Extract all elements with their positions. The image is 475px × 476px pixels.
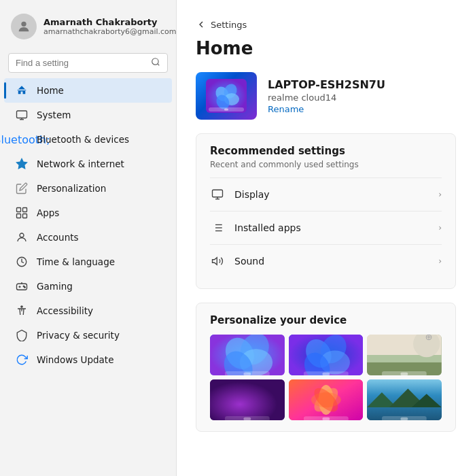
installed-apps-label: Installed apps: [234, 222, 301, 233]
device-thumbnail: [196, 72, 257, 120]
wallpaper-item-2[interactable]: [289, 335, 364, 375]
network-icon: [15, 157, 29, 171]
recommended-settings-card: Recommended settings Recent and commonly…: [196, 133, 456, 289]
nav-label-bluetooth: Bluetooth & devices: [37, 134, 129, 145]
sidebar-item-system[interactable]: System: [4, 103, 172, 127]
gaming-icon: [15, 279, 29, 293]
back-label: Settings: [211, 20, 247, 30]
wallpaper-item-3[interactable]: ⊕: [367, 335, 442, 375]
windows-update-icon: [15, 353, 29, 367]
display-chevron: ›: [438, 190, 442, 199]
svg-rect-11: [17, 214, 21, 218]
svg-rect-10: [23, 208, 27, 212]
settings-item-display-left: Display: [210, 187, 270, 202]
svg-rect-28: [224, 109, 228, 111]
sidebar-item-bluetooth[interactable]: Bluetooth; Bluetooth & devices: [4, 127, 172, 152]
device-name: LAPTOP-ESH2SN7U: [268, 78, 385, 91]
time-icon: [15, 255, 29, 269]
svg-rect-58: [401, 373, 408, 375]
back-button[interactable]: Settings: [196, 19, 456, 30]
device-thumb-graphic: [206, 79, 247, 113]
svg-text:⊕: ⊕: [425, 335, 433, 342]
svg-line-2: [158, 64, 160, 66]
nav-label-time: Time & language: [37, 256, 115, 267]
device-card: LAPTOP-ESH2SN7U realme cloud14 Rename: [196, 72, 456, 120]
user-email: amarnathchakraborty6@gmail.com: [43, 27, 177, 36]
system-icon: [15, 108, 29, 122]
svg-point-21: [21, 306, 22, 307]
nav-label-home: Home: [37, 85, 64, 96]
display-label: Display: [234, 189, 270, 200]
sidebar-item-accounts[interactable]: Accounts: [4, 225, 172, 250]
svg-point-1: [152, 58, 158, 65]
svg-rect-3: [17, 111, 27, 118]
recommended-title: Recommended settings: [210, 145, 442, 157]
svg-rect-60: [210, 379, 285, 420]
svg-rect-29: [213, 190, 223, 197]
svg-rect-9: [17, 208, 21, 212]
sidebar-item-apps[interactable]: Apps: [4, 201, 172, 225]
personalization-icon: [15, 182, 29, 195]
bluetooth-icon: Bluetooth;: [15, 133, 29, 146]
sidebar-item-home[interactable]: Home: [4, 78, 172, 103]
settings-item-sound[interactable]: Sound ›: [210, 244, 442, 277]
sidebar-item-gaming[interactable]: Gaming: [4, 274, 172, 299]
svg-marker-38: [213, 258, 217, 265]
sidebar-item-accessibility[interactable]: Accessibility: [4, 299, 172, 323]
settings-item-installed-apps[interactable]: Installed apps ›: [210, 211, 442, 244]
svg-rect-69: [322, 418, 330, 420]
search-box[interactable]: [8, 53, 168, 73]
avatar: [11, 14, 37, 39]
wallpaper-item-1[interactable]: [210, 335, 285, 375]
svg-rect-52: [322, 373, 330, 375]
sound-icon: [210, 254, 225, 269]
recommended-subtitle: Recent and commonly used settings: [210, 160, 442, 169]
svg-rect-62: [243, 418, 251, 420]
sidebar-item-privacy[interactable]: Privacy & security: [4, 323, 172, 347]
main-content: Settings Home: [177, 0, 475, 476]
wallpaper-item-5[interactable]: [289, 379, 364, 420]
nav-label-accounts: Accounts: [37, 232, 79, 243]
wallpaper-item-6[interactable]: [367, 379, 442, 420]
wallpaper-grid: ⊕: [210, 335, 442, 420]
apps-icon: [15, 206, 29, 220]
svg-rect-12: [23, 214, 27, 218]
settings-item-sound-left: Sound: [210, 254, 264, 269]
search-input[interactable]: [16, 58, 147, 68]
user-profile[interactable]: Amarnath Chakraborty amarnathchakraborty…: [0, 8, 176, 50]
accounts-icon: [15, 231, 29, 244]
installed-apps-icon: [210, 220, 225, 235]
user-info: Amarnath Chakraborty amarnathchakraborty…: [43, 17, 177, 36]
wallpaper-item-4[interactable]: [210, 379, 285, 420]
sidebar-item-time[interactable]: Time & language: [4, 250, 172, 274]
svg-point-13: [20, 233, 24, 237]
nav-label-system: System: [37, 109, 71, 120]
settings-item-apps-left: Installed apps: [210, 220, 301, 235]
sound-chevron: ›: [438, 256, 442, 266]
nav-label-windows-update: Windows Update: [37, 354, 113, 365]
user-name: Amarnath Chakraborty: [43, 17, 177, 27]
nav-label-privacy: Privacy & security: [37, 330, 120, 341]
personalize-card: Personalize your device: [196, 303, 456, 432]
accessibility-icon: [15, 304, 29, 318]
home-icon: [15, 84, 29, 97]
sound-label: Sound: [234, 256, 264, 267]
svg-point-0: [21, 22, 26, 27]
device-model: realme cloud14: [268, 92, 385, 103]
svg-point-20: [24, 287, 26, 288]
display-icon: [210, 187, 225, 202]
nav-label-personalization: Personalization: [37, 183, 106, 194]
nav-label-gaming: Gaming: [37, 281, 73, 292]
page-title: Home: [196, 38, 456, 58]
sidebar-item-network[interactable]: Network & internet: [4, 152, 172, 176]
nav-list: Home System Bluetooth; Bluetooth & devic…: [0, 78, 176, 372]
sidebar-item-personalization[interactable]: Personalization: [4, 176, 172, 201]
device-rename-link[interactable]: Rename: [268, 104, 385, 114]
svg-marker-6: [17, 159, 27, 169]
personalize-title: Personalize your device: [210, 314, 442, 326]
svg-rect-75: [401, 418, 408, 420]
sidebar-item-windows-update[interactable]: Windows Update: [4, 347, 172, 372]
settings-item-display[interactable]: Display ›: [210, 177, 442, 211]
svg-rect-45: [243, 373, 251, 375]
sidebar: Amarnath Chakraborty amarnathchakraborty…: [0, 0, 177, 476]
